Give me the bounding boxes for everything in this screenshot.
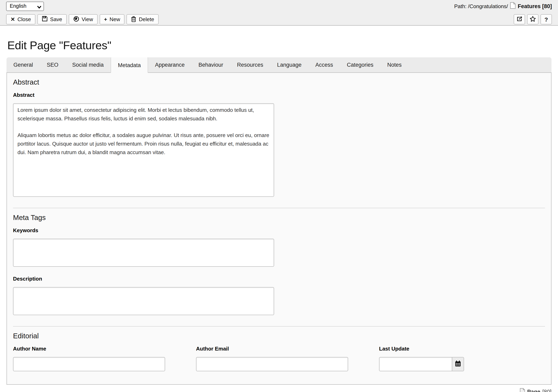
save-button-label: Save: [50, 16, 62, 22]
bookmark-button[interactable]: [527, 14, 539, 24]
view-button-label: View: [82, 16, 93, 22]
new-button-label: New: [110, 16, 120, 22]
tab-general[interactable]: General: [7, 57, 40, 72]
page-title: Edit Page "Features": [7, 39, 558, 52]
page-icon: [510, 2, 516, 10]
section-abstract: Abstract Abstract Lorem ipsum dolor sit …: [7, 73, 551, 208]
close-button-label: Close: [17, 16, 31, 22]
last-update-field-label: Last Update: [379, 346, 464, 352]
description-textarea[interactable]: [13, 287, 274, 315]
tab-appearance[interactable]: Appearance: [148, 57, 192, 72]
plus-icon: +: [104, 17, 107, 22]
author-email-field-label: Author Email: [196, 346, 379, 352]
record-footer: Page [80]: [0, 388, 551, 392]
tab-metadata[interactable]: Metadata: [111, 57, 148, 73]
help-button[interactable]: ?: [541, 14, 552, 24]
doc-header-bottom-row: ✕ Close Save View + New: [6, 14, 552, 24]
new-button[interactable]: + New: [100, 14, 125, 24]
section-bottom-spacer: [13, 371, 545, 384]
author-email-field-group: Author Email: [196, 346, 379, 371]
help-icon: ?: [544, 17, 548, 22]
star-icon: [530, 16, 536, 23]
section-editorial-heading: Editorial: [13, 332, 545, 340]
metadata-tab-panel: Abstract Abstract Lorem ipsum dolor sit …: [7, 72, 551, 385]
tab-seo[interactable]: SEO: [40, 57, 65, 72]
open-in-new-window-button[interactable]: [514, 14, 525, 24]
language-select[interactable]: English: [6, 1, 44, 11]
close-button[interactable]: ✕ Close: [6, 14, 35, 24]
author-name-field-label: Author Name: [13, 346, 196, 352]
doc-header-action-buttons: ✕ Close Save View + New: [6, 14, 159, 24]
author-name-field-group: Author Name: [13, 346, 196, 371]
doc-header-top-row: English Path: /Congratulations/ Features…: [6, 1, 552, 11]
app-viewport: English Path: /Congratulations/ Features…: [0, 0, 558, 392]
datepicker-button[interactable]: [452, 357, 464, 371]
calendar-icon: [455, 360, 461, 368]
tab-social-media[interactable]: Social media: [65, 57, 111, 72]
view-button[interactable]: View: [69, 14, 98, 24]
trash-icon: [131, 16, 136, 23]
section-meta-tags-heading: Meta Tags: [13, 213, 545, 222]
tab-access[interactable]: Access: [308, 57, 340, 72]
record-type-label: Page: [527, 389, 540, 392]
tab-notes[interactable]: Notes: [380, 57, 409, 72]
last-update-field-group: Last Update: [379, 346, 464, 371]
keywords-textarea[interactable]: [13, 239, 274, 267]
last-update-input-group: [379, 357, 464, 371]
section-abstract-heading: Abstract: [13, 78, 545, 87]
tab-resources[interactable]: Resources: [230, 57, 270, 72]
tab-categories[interactable]: Categories: [340, 57, 381, 72]
delete-button-label: Delete: [139, 16, 154, 22]
author-email-input[interactable]: [196, 357, 348, 371]
author-name-input[interactable]: [13, 357, 165, 371]
keywords-field-label: Keywords: [13, 227, 545, 233]
record-id-label: [80]: [542, 389, 551, 392]
description-field-label: Description: [13, 276, 545, 282]
save-icon: [42, 16, 48, 23]
tab-bar: General SEO Social media Metadata Appear…: [7, 57, 551, 72]
doc-header-meta-buttons: ?: [514, 14, 552, 24]
delete-button[interactable]: Delete: [127, 14, 159, 24]
editorial-columns: Author Name Author Email Last Update: [13, 346, 545, 371]
last-update-input[interactable]: [379, 357, 452, 371]
record-title: Features [80]: [518, 3, 552, 9]
close-icon: ✕: [11, 17, 15, 22]
abstract-textarea[interactable]: Lorem ipsum dolor sit amet, consectetur …: [13, 103, 274, 197]
breadcrumb: Path: /Congratulations/ Features [80]: [454, 2, 552, 10]
section-meta-tags: Meta Tags Keywords Description: [7, 208, 551, 327]
section-editorial: Editorial Author Name Author Email Last …: [7, 327, 551, 384]
doc-header: English Path: /Congratulations/ Features…: [0, 0, 558, 26]
page-icon: [520, 388, 525, 392]
path-label: Path: /Congratulations/: [454, 3, 508, 9]
tab-behaviour[interactable]: Behaviour: [192, 57, 230, 72]
open-in-new-window-icon: [516, 16, 523, 23]
eye-icon: [73, 16, 79, 23]
tab-language[interactable]: Language: [270, 57, 308, 72]
abstract-field-label: Abstract: [13, 92, 545, 98]
language-select-wrapper: English: [6, 1, 44, 11]
save-button[interactable]: Save: [37, 14, 67, 24]
